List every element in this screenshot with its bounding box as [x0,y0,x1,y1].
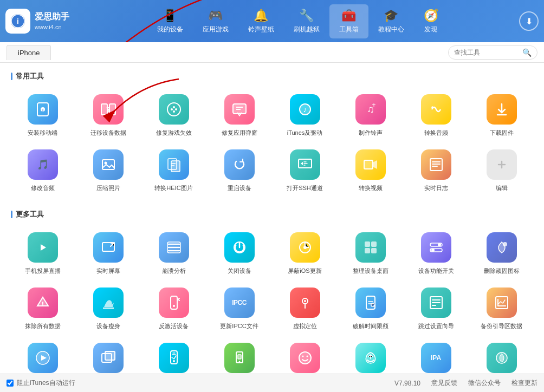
tool-backup-partition[interactable]: 备份引导区数据 [470,283,533,334]
footer: 阻止iTunes自动运行 V7.98.10 意见反馈 微信公众号 检查更新 [0,374,544,392]
jailbreak-icon: 🔧 [299,9,314,23]
convert-heic-icon [159,149,189,180]
tool-convert-heic[interactable]: 转换HEIC图片 [142,145,205,196]
tool-erase-data[interactable]: 抹除所有数据 [11,283,74,334]
more-tools-grid: 手机投屏直播 实时屏幕 崩溃分析 关闭设备 屏蔽 [11,228,533,374]
svg-rect-44 [171,296,177,309]
shutdown-icon [224,232,255,263]
nav-my-device[interactable]: 📱 我的设备 [147,4,193,38]
svg-rect-21 [102,160,114,169]
svg-text:+: + [372,101,375,109]
ssh-icon [290,149,320,180]
backup-partition-icon [487,288,517,318]
svg-text:♪: ♪ [303,105,307,114]
search-icon: 🔍 [522,48,532,57]
svg-point-22 [104,162,107,165]
device-tab[interactable]: iPhone [7,45,51,60]
svg-point-14 [173,110,175,113]
tool-slim-device[interactable]: 设备瘦身 [76,283,140,334]
tool-fix-game[interactable]: 修复游戏失效 [142,90,205,141]
tool-backup-restore[interactable]: 备份/恢复数据 [339,338,402,374]
nav-jailbreak[interactable]: 🔧 刷机越狱 [284,4,329,38]
organize-desktop-icon [355,232,386,263]
tool-game-assistant[interactable]: 手游助手 [470,338,533,374]
svg-rect-58 [238,355,241,359]
tool-ipa-sign[interactable]: IPA IPA签名 [404,338,468,374]
header: i 爱思助手 www.i4.cn 📱 我的设备 🎮 应用游戏 🔔 铃声壁纸 🔧 … [0,0,544,42]
footer-right: V7.98.10 意见反馈 微信公众号 检查更新 [394,378,537,388]
install-ipa-icon: i [28,94,58,125]
svg-point-38 [438,243,441,246]
search-box[interactable]: 🔍 [448,45,537,60]
tool-device-toggle[interactable]: 设备功能开关 [404,228,468,279]
tool-make-ringtone[interactable]: ♫+ 制作铃声 [339,90,402,141]
svg-point-12 [175,108,177,110]
nav-tutorials[interactable]: 🎓 教程中心 [368,4,414,38]
wechat-link[interactable]: 微信公众号 [468,378,501,388]
logo-text: 爱思助手 www.i4.cn [35,11,69,31]
tool-update-ipcc[interactable]: IPCC 更新IPCC文件 [208,283,271,334]
tool-compress-photo[interactable]: 压缩照片 [76,145,140,196]
tool-realtime-log[interactable]: 实时日志 [404,145,468,196]
apps-icon: 🎮 [208,9,223,23]
svg-rect-54 [105,351,115,360]
download-button[interactable]: ⬇ [519,11,539,31]
tool-break-time-limit[interactable]: 破解时间限额 [339,283,402,334]
tool-block-update[interactable]: 屏蔽iOS更新 [273,228,336,279]
tool-shutdown[interactable]: 关闭设备 [208,228,271,279]
svg-point-60 [299,352,311,364]
tool-skip-setup[interactable]: 跳过设置向导 [404,283,468,334]
nav-apps[interactable]: 🎮 应用游戏 [193,4,238,38]
svg-text:i: i [42,108,43,113]
tool-remove-duplicate-photo[interactable]: 图片去重 [76,338,140,374]
tool-convert-video[interactable]: 转换视频 [339,145,402,196]
search-input[interactable] [454,49,519,56]
tool-reboot[interactable]: 重启设备 [208,145,271,196]
tool-itunes[interactable]: ♪ iTunes及驱动 [273,90,336,141]
tool-convert-audio[interactable]: 转换音频 [404,90,468,141]
tool-emoji-make[interactable]: 表情制作 [273,338,336,374]
break-time-limit-icon [355,288,386,318]
tool-ssh[interactable]: 打开SSH通道 [273,145,336,196]
nav-discover[interactable]: 🧭 发现 [414,4,448,38]
common-tools-grid: i 安装移动端 迁移设备数据 修复游戏失效 修复应用弹窗 [11,90,533,197]
tool-organize-desktop[interactable]: 整理设备桌面 [339,228,402,279]
tool-fix-popup[interactable]: 修复应用弹窗 [208,90,271,141]
tool-crash-analysis[interactable]: 崩溃分析 [142,228,205,279]
tool-deactivate[interactable]: 反激活设备 [142,283,205,334]
ringtones-icon: 🔔 [254,9,268,23]
tool-modify-audio[interactable]: 🎵 修改音频 [11,145,74,196]
backup-restore-icon [355,343,386,373]
tool-virtual-udisk[interactable]: 虚拟U盘 [208,338,271,374]
tool-recovery-mode[interactable]: 进入恢复模式 [142,338,205,374]
tool-aisi-player[interactable]: 爱思播放器 [11,338,74,374]
nav-ringtones[interactable]: 🔔 铃声壁纸 [238,4,284,38]
tool-screen-mirror[interactable]: 手机投屏直播 [11,228,74,279]
slim-device-icon [93,288,124,318]
svg-rect-9 [109,104,115,115]
tool-edit[interactable]: 编辑 [470,145,533,196]
check-update-link[interactable]: 检查更新 [511,378,537,388]
itunes-checkbox-area: 阻止iTunes自动运行 [7,378,75,388]
erase-data-icon [28,288,58,318]
svg-point-59 [238,361,240,363]
tool-migrate-data[interactable]: 迁移设备数据 [76,90,140,141]
itunes-checkbox-label: 阻止iTunes自动运行 [17,378,75,388]
tool-fake-location[interactable]: 虚拟定位 [273,283,336,334]
compress-photo-icon [93,149,124,180]
real-screen-icon [93,232,124,263]
svg-rect-48 [366,296,375,309]
svg-rect-24 [171,161,180,172]
nav-toolbox[interactable]: 🧰 工具箱 [329,4,368,38]
tool-install-ipa[interactable]: i 安装移动端 [11,90,74,141]
tool-download-firmware[interactable]: 下载固件 [470,90,533,141]
svg-rect-35 [365,248,370,253]
feedback-link[interactable]: 意见反馈 [431,378,457,388]
tool-real-screen[interactable]: 实时屏幕 [76,228,140,279]
edit-icon [487,149,517,180]
make-ringtone-icon: ♫+ [355,94,386,125]
realtime-log-icon [421,149,451,180]
aisi-player-icon [28,343,58,373]
itunes-autorun-checkbox[interactable] [7,380,14,387]
tool-remove-icon[interactable]: 删除顽固图标 [470,228,533,279]
